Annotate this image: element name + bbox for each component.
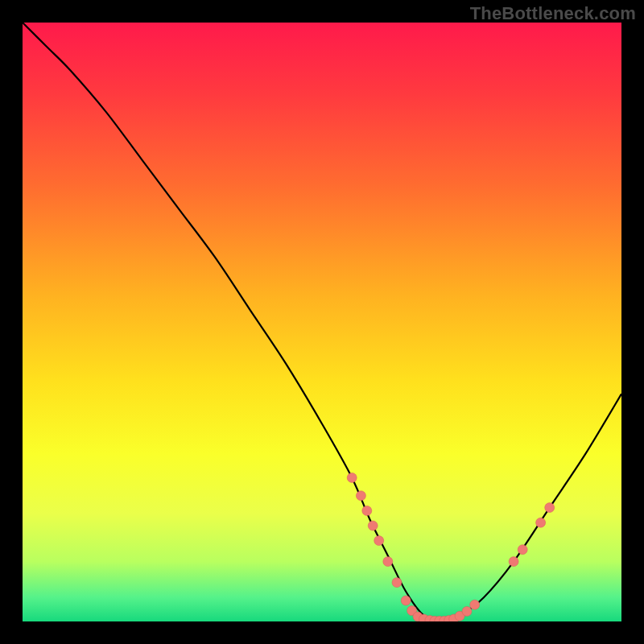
chart-marker (368, 521, 378, 530)
chart-marker (401, 596, 411, 605)
chart-marker (545, 503, 555, 513)
chart-marker (470, 600, 480, 609)
watermark-text: TheBottleneck.com (470, 3, 636, 24)
chart-marker (374, 536, 384, 546)
chart-background (23, 23, 621, 621)
chart-marker (462, 606, 472, 616)
chart-svg (23, 23, 621, 621)
chart-marker (392, 578, 402, 588)
chart-marker (347, 473, 357, 482)
chart-marker (362, 506, 372, 515)
curve-chart (23, 23, 621, 621)
chart-marker (518, 545, 527, 555)
chart-marker (509, 557, 518, 567)
chart-marker (536, 518, 546, 527)
chart-marker (383, 557, 393, 567)
chart-marker (356, 491, 365, 501)
